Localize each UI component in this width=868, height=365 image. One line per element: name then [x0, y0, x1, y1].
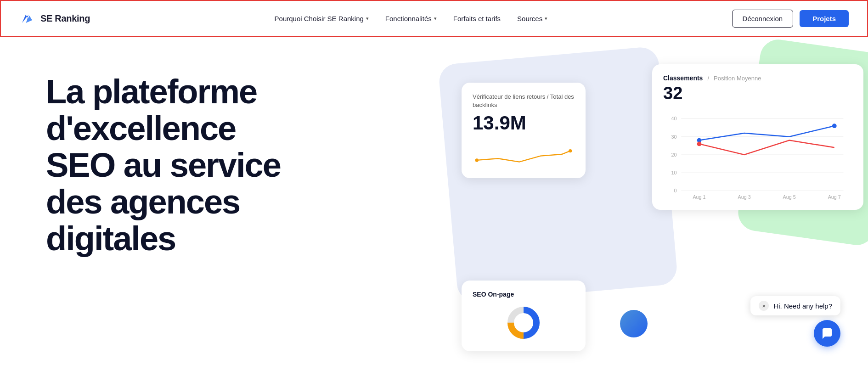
- svg-text:20: 20: [671, 152, 676, 157]
- nav-pourquoi[interactable]: Pourquoi Choisir SE Ranking ▾: [275, 15, 369, 22]
- svg-point-19: [832, 124, 837, 128]
- hero-left: La plateforme d'excellence SEO au servic…: [0, 37, 434, 365]
- nav-sources[interactable]: Sources ▾: [517, 15, 547, 22]
- nav-forfaits[interactable]: Forfaits et tarifs: [453, 15, 501, 22]
- chat-tooltip: × Hi. Need any help?: [750, 296, 840, 315]
- rankings-title: Classements: [663, 74, 703, 82]
- chat-tooltip-text: Hi. Need any help?: [773, 302, 832, 310]
- svg-point-3: [569, 149, 572, 152]
- svg-text:30: 30: [671, 134, 676, 140]
- main-header: SE Ranking Pourquoi Choisir SE Ranking ▾…: [0, 0, 868, 37]
- svg-text:Aug 5: Aug 5: [783, 194, 796, 200]
- hero-title: La plateforme d'excellence SEO au servic…: [46, 73, 434, 257]
- svg-text:Aug 1: Aug 1: [693, 194, 705, 200]
- seo-donut-chart: [473, 304, 575, 341]
- hero-section: La plateforme d'excellence SEO au servic…: [0, 37, 868, 365]
- svg-point-2: [475, 159, 479, 162]
- chevron-down-icon: ▾: [366, 16, 369, 22]
- logo[interactable]: SE Ranking: [19, 10, 90, 27]
- nav-actions: Déconnexion Projets: [732, 10, 849, 28]
- se-ranking-logo-icon: [19, 10, 36, 27]
- chat-open-button[interactable]: [814, 320, 840, 347]
- logo-text: SE Ranking: [40, 13, 90, 24]
- nav-fonctionnalites[interactable]: Fonctionnalités ▾: [385, 15, 437, 22]
- rankings-subtitle: Position Moyenne: [714, 75, 761, 82]
- projets-button[interactable]: Projets: [800, 10, 849, 27]
- svg-text:Aug 7: Aug 7: [828, 194, 841, 200]
- backlinks-label: Vérificateur de liens retours / Total de…: [473, 93, 575, 109]
- svg-text:10: 10: [671, 170, 676, 175]
- chevron-down-icon: ▾: [545, 16, 547, 22]
- chat-widget: × Hi. Need any help?: [750, 296, 840, 347]
- chat-icon: [821, 327, 834, 340]
- card-backlinks: Vérificateur de liens retours / Total de…: [462, 83, 586, 178]
- rankings-value: 32: [663, 84, 852, 103]
- backlinks-value: 13.9M: [473, 112, 575, 134]
- chat-close-button[interactable]: ×: [759, 301, 769, 311]
- card-rankings: Classements / Position Moyenne 32 40 30 …: [652, 64, 863, 210]
- rankings-chart: 40 30 20 10 0 Aug 1 Aug 3 Aug 5 Aug 7: [663, 109, 852, 201]
- rankings-header: Classements / Position Moyenne: [663, 74, 852, 82]
- chevron-down-icon: ▾: [434, 16, 437, 22]
- person-avatar: [615, 310, 652, 365]
- deconnexion-button[interactable]: Déconnexion: [732, 10, 794, 28]
- svg-text:0: 0: [674, 188, 676, 193]
- svg-text:40: 40: [671, 116, 676, 121]
- svg-point-20: [697, 142, 702, 146]
- card-seo: SEO On-page: [462, 281, 586, 351]
- backlinks-sparkline: [473, 141, 575, 167]
- svg-text:Aug 3: Aug 3: [738, 194, 750, 200]
- seo-label: SEO On-page: [473, 291, 575, 298]
- main-nav: Pourquoi Choisir SE Ranking ▾ Fonctionna…: [275, 15, 548, 22]
